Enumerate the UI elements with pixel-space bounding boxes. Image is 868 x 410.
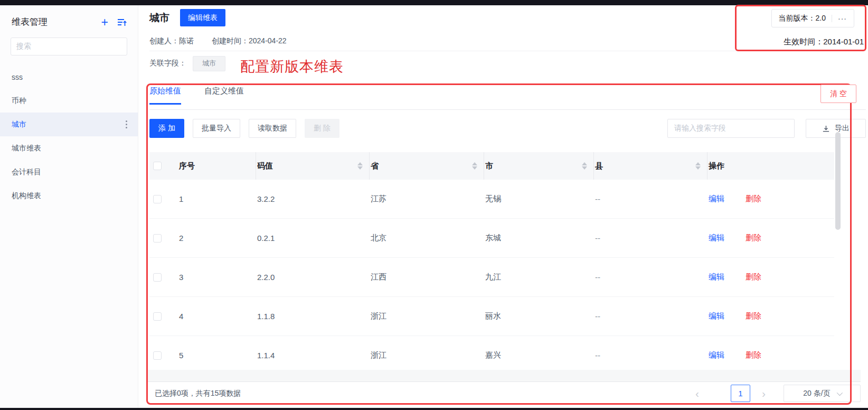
sort-icon[interactable] [582,162,587,170]
sidebar-item-accounting[interactable]: 会计科目 [0,160,138,184]
cell-city: 嘉兴 [484,350,594,360]
sidebar-item-label: sss [12,73,23,81]
tab-divider [149,109,866,110]
row-checkbox[interactable] [153,312,162,321]
cell-code: 3.2.2 [256,194,370,203]
cell-no: 1 [178,194,256,203]
delete-row-link[interactable]: 删除 [746,311,761,321]
table-row: 5 1.1.4 浙江 嘉兴 -- 编辑 删除 [149,336,834,371]
sort-icon[interactable] [695,162,701,170]
row-checkbox[interactable] [153,195,162,203]
cell-no: 3 [178,273,256,282]
add-dimension-icon[interactable]: + [101,17,108,27]
version-separator [832,15,832,22]
page-size-select[interactable]: 20 条/页 [784,385,861,402]
sidebar-item-org-dim[interactable]: 机构维表 [0,184,138,208]
current-page-button[interactable]: 1 [731,385,750,402]
delete-row-link[interactable]: 删除 [746,350,761,360]
edit-row-link[interactable]: 编辑 [709,233,724,243]
related-field-row: 关联字段： 城市 [149,55,225,71]
table-row: 2 0.2.1 北京 东城 -- 编辑 删除 [149,219,834,258]
sidebar-item-sss[interactable]: sss [0,65,138,89]
row-checkbox[interactable] [153,351,162,360]
download-icon [822,125,830,133]
cell-city: 无锡 [484,194,594,204]
column-header-no: 序号 [179,161,195,171]
row-checkbox[interactable] [153,273,162,282]
table-scrollbar-thumb[interactable] [835,132,841,230]
selection-summary: 已选择0项，共有15项数据 [155,389,241,398]
sidebar-item-label: 城市维表 [12,144,41,153]
sidebar-search-input[interactable]: 搜索 [11,38,127,55]
table-search-input[interactable]: 请输入搜索字段 [667,119,795,138]
app-window: 维表管理 + 搜索 sss 币种 城市 城市维表 会计科目 机构维表 [0,0,868,410]
add-button[interactable]: 添 加 [149,119,184,138]
sidebar-item-label: 机构维表 [12,191,41,201]
edit-dimension-button[interactable]: 编辑维表 [180,9,225,26]
select-all-checkbox[interactable] [153,162,162,170]
version-more-icon[interactable]: ··· [838,14,847,23]
edit-row-link[interactable]: 编辑 [709,194,724,204]
page-title: 城市 [149,11,169,25]
edit-row-link[interactable]: 编辑 [709,311,724,321]
batch-import-button[interactable]: 批量导入 [193,119,240,138]
sidebar-item-city-dim[interactable]: 城市维表 [0,136,138,160]
current-version-button[interactable]: 当前版本：2.0 ··· [771,9,854,27]
cell-code: 0.2.1 [256,234,370,243]
cell-province: 北京 [370,233,484,243]
column-header-province: 省 [371,161,379,171]
chevron-down-icon [836,389,842,395]
row-checkbox[interactable] [153,234,162,243]
table-search-placeholder: 请输入搜索字段 [674,124,726,133]
sidebar-item-city[interactable]: 城市 [0,113,138,136]
column-header-code: 码值 [257,161,273,171]
delete-button[interactable]: 删 除 [305,119,339,138]
next-page-icon[interactable]: › [758,388,770,399]
table-row: 3 2.2.0 江西 九江 -- 编辑 删除 [149,258,834,297]
tab-original-values[interactable]: 原始维值 [149,86,181,105]
read-data-button[interactable]: 读取数据 [249,119,296,138]
cell-province: 江苏 [370,194,484,204]
tab-bar: 原始维值 自定义维值 [149,86,244,105]
table-clip-strip [146,370,861,381]
cell-city: 九江 [484,272,594,282]
edit-row-link[interactable]: 编辑 [709,350,724,360]
clear-button[interactable]: 清 空 [820,85,856,103]
column-header-county: 县 [595,161,603,171]
sort-icon[interactable] [472,162,477,170]
table-row: 4 1.1.8 浙江 丽水 -- 编辑 删除 [149,297,834,336]
cell-code: 1.1.4 [256,351,370,360]
data-table: 序号 码值 省 市 县 操作 1 3.2.2 江苏 无锡 -- [149,152,834,371]
cell-no: 5 [178,351,256,360]
cell-province: 江西 [370,272,484,282]
sidebar-header: 维表管理 + [0,5,138,36]
cell-no: 2 [178,234,256,243]
related-field-label: 关联字段： [149,59,186,68]
sort-list-icon[interactable] [117,17,127,27]
column-header-actions: 操作 [709,161,724,171]
cell-county: -- [594,234,707,243]
created-time-text: 创建时间：2024-04-22 [212,36,287,45]
annotation-text: 配置新版本维表 [240,57,344,76]
header-divider [149,51,862,51]
tab-custom-values[interactable]: 自定义维值 [204,86,244,105]
cell-county: -- [594,351,707,360]
table-row: 1 3.2.2 江苏 无锡 -- 编辑 删除 [149,180,834,219]
delete-row-link[interactable]: 删除 [746,233,761,243]
delete-row-link[interactable]: 删除 [746,194,761,204]
sidebar-item-label: 会计科目 [12,167,41,177]
sidebar-title: 维表管理 [12,16,101,28]
prev-page-icon[interactable]: ‹ [691,388,703,399]
cell-code: 1.1.8 [256,312,370,321]
sort-icon[interactable] [357,162,363,170]
delete-row-link[interactable]: 删除 [746,272,761,282]
cell-code: 2.2.0 [256,273,370,282]
edit-row-link[interactable]: 编辑 [709,272,724,282]
pagination: ‹ 1 › 20 条/页 [691,385,861,402]
current-version-text: 当前版本：2.0 [779,14,826,23]
sidebar-item-currency[interactable]: 币种 [0,89,138,113]
more-actions-icon[interactable] [124,118,129,131]
sidebar-search-placeholder: 搜索 [16,42,31,51]
window-top-edge [0,0,868,5]
cell-province: 浙江 [370,311,484,321]
